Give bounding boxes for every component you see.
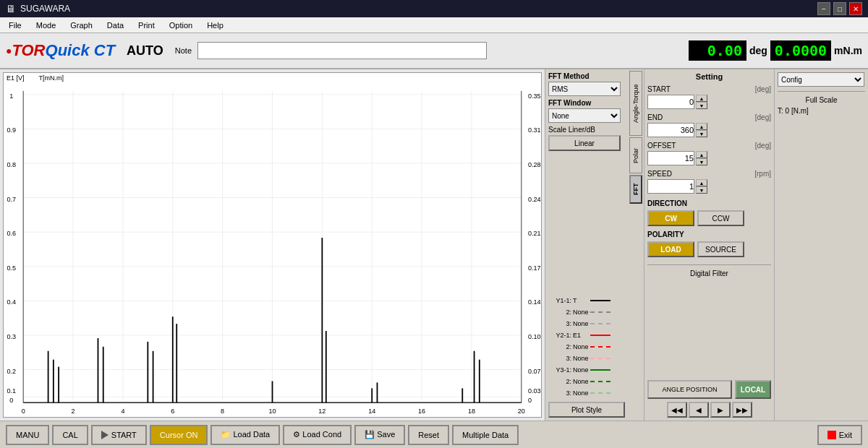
menu-data[interactable]: Data xyxy=(101,20,129,31)
svg-text:14: 14 xyxy=(368,407,375,415)
menu-file[interactable]: File xyxy=(3,20,27,31)
legend-row-y1-1: Y1-1: T xyxy=(548,295,625,306)
end-down-button[interactable]: ▼ xyxy=(696,130,707,137)
end-unit: [deg] xyxy=(755,113,771,121)
nav-back1-button[interactable]: ◀ xyxy=(689,402,709,418)
y-axis-label1: E1 [V] xyxy=(7,74,25,82)
axis-labels: E1 [V] T[mN.m] xyxy=(7,74,64,82)
digital-filter-label: Digital Filter xyxy=(647,270,771,277)
load-cond-button[interactable]: ⚙ Load Cond xyxy=(283,425,352,445)
menu-option[interactable]: Option xyxy=(163,20,198,31)
offset-row: OFFSET [deg] xyxy=(647,142,771,150)
svg-text:0.3: 0.3 xyxy=(7,332,17,340)
bottom-toolbar: MANU CAL START Cursor ON 📁 Load Data ⚙ L… xyxy=(0,421,868,448)
start-input-row: ▲ ▼ xyxy=(647,95,771,109)
logo-quick: Quick xyxy=(46,41,90,59)
header-values: 0.00 deg 0.0000 mN.m xyxy=(689,40,862,61)
legend-row-y3-1: Y3-1: None xyxy=(548,364,625,376)
end-input-row: ▲ ▼ xyxy=(647,123,771,137)
svg-text:0.2: 0.2 xyxy=(7,366,17,374)
start-label: START xyxy=(647,85,684,93)
linear-button[interactable]: Linear xyxy=(548,135,621,151)
start-up-button[interactable]: ▲ xyxy=(696,95,707,102)
speed-label: SPEED xyxy=(647,170,672,178)
speed-up-button[interactable]: ▲ xyxy=(696,179,707,186)
start-input[interactable] xyxy=(647,95,694,109)
svg-text:0.4: 0.4 xyxy=(7,298,17,306)
nav-back2-button[interactable]: ◀◀ xyxy=(667,402,687,418)
graph-svg[interactable]: 1 0.9 0.8 0.7 0.6 0.5 0.4 0.3 0.2 0.1 0 … xyxy=(4,73,541,417)
svg-text:0: 0 xyxy=(22,407,25,415)
angle-pos-row: ANGLE POSITION LOCAL xyxy=(647,380,771,399)
angle-torque-tab[interactable]: Angle-Torque xyxy=(629,71,642,136)
offset-input[interactable] xyxy=(647,151,694,165)
start-row: START [deg] xyxy=(647,85,771,93)
exit-button[interactable]: Exit xyxy=(817,425,862,445)
svg-text:0.07: 0.07 xyxy=(528,366,541,374)
start-down-button[interactable]: ▼ xyxy=(696,102,707,109)
svg-text:18: 18 xyxy=(468,407,475,415)
t-label: T: xyxy=(778,107,783,115)
cw-button[interactable]: CW xyxy=(647,210,694,226)
logo: ● TORQuick CT xyxy=(6,41,115,60)
load-button[interactable]: LOAD xyxy=(647,241,694,257)
svg-text:0: 0 xyxy=(528,396,532,404)
menu-help[interactable]: Help xyxy=(201,20,229,31)
fft-window-select[interactable]: None Hanning xyxy=(548,108,621,123)
legend-row-y1-2: 2: None xyxy=(548,306,625,318)
cal-button[interactable]: CAL xyxy=(52,425,88,445)
offset-down-button[interactable]: ▼ xyxy=(696,158,707,165)
svg-text:0.9: 0.9 xyxy=(7,126,17,134)
angle-position-button[interactable]: ANGLE POSITION xyxy=(647,380,732,399)
ccw-button[interactable]: CCW xyxy=(697,210,744,226)
offset-up-button[interactable]: ▲ xyxy=(696,151,707,158)
stop-icon xyxy=(827,431,836,439)
polarity-label: POLARITY xyxy=(647,231,771,238)
save-button[interactable]: 💾 Save xyxy=(354,425,405,445)
start-button[interactable]: START xyxy=(91,425,147,445)
nav-buttons: ◀◀ ◀ ▶ ▶▶ xyxy=(647,402,771,418)
menu-print[interactable]: Print xyxy=(132,20,161,31)
load-data-button[interactable]: 📁 Load Data xyxy=(210,425,280,445)
end-input[interactable] xyxy=(647,123,694,137)
direction-label: DIRECTION xyxy=(647,199,771,207)
nm-unit: mN.m xyxy=(834,45,862,56)
fft-tab[interactable]: FFT xyxy=(629,175,642,204)
nav-fwd2-button[interactable]: ▶▶ xyxy=(732,402,752,418)
source-button[interactable]: SOURCE xyxy=(697,241,744,257)
fft-window-label: FFT Window xyxy=(548,99,625,107)
end-up-button[interactable]: ▲ xyxy=(696,123,707,130)
reset-button[interactable]: Reset xyxy=(408,425,449,445)
menu-graph[interactable]: Graph xyxy=(64,20,98,31)
minimize-button[interactable]: − xyxy=(817,2,830,15)
legend-row-y3-3: 3: None xyxy=(548,387,625,399)
fft-method-section: FFT Method RMS Peak xyxy=(548,72,625,99)
menu-mode[interactable]: Mode xyxy=(30,20,62,31)
nav-fwd1-button[interactable]: ▶ xyxy=(710,402,731,418)
cursor-on-button[interactable]: Cursor ON xyxy=(150,425,208,445)
speed-down-button[interactable]: ▼ xyxy=(696,186,707,194)
multiple-data-button[interactable]: Multiple Data xyxy=(452,425,519,445)
plot-style-button[interactable]: Plot Style xyxy=(548,402,625,418)
note-input[interactable] xyxy=(197,42,487,59)
config-select[interactable]: Config xyxy=(778,72,864,87)
manu-button[interactable]: MANU xyxy=(6,425,49,445)
maximize-button[interactable]: □ xyxy=(833,2,846,15)
polar-tab[interactable]: Polar xyxy=(629,137,642,173)
speed-input[interactable] xyxy=(647,179,694,194)
svg-text:0: 0 xyxy=(9,396,13,404)
end-label: END xyxy=(647,113,663,121)
svg-text:0.03: 0.03 xyxy=(528,387,541,395)
svg-text:10: 10 xyxy=(268,407,276,415)
svg-text:0.10: 0.10 xyxy=(528,332,541,340)
close-button[interactable]: ✕ xyxy=(849,2,862,15)
titlebar: 🖥 SUGAWARA − □ ✕ xyxy=(0,0,868,17)
fft-legend-panel: FFT Method RMS Peak FFT Window None Hann… xyxy=(545,69,628,421)
fft-method-select[interactable]: RMS Peak xyxy=(548,82,621,96)
svg-text:8: 8 xyxy=(221,407,224,415)
local-button[interactable]: LOCAL xyxy=(735,380,771,399)
svg-text:6: 6 xyxy=(171,407,174,415)
logo-tor: TOR xyxy=(12,41,45,59)
speed-input-row: ▲ ▼ xyxy=(647,179,771,194)
config-panel: Config Full Scale T: 0 [N.m] xyxy=(774,69,868,421)
